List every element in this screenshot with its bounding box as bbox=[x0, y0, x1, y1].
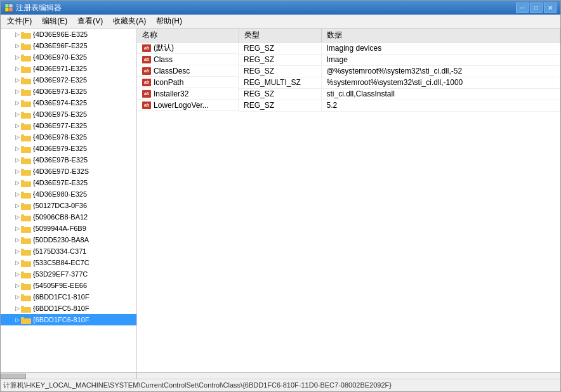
expand-icon[interactable]: ▷ bbox=[13, 179, 21, 186]
reg-value-icon: ab bbox=[142, 56, 151, 63]
expand-icon[interactable]: ▷ bbox=[13, 122, 21, 129]
expand-icon[interactable]: ▷ bbox=[13, 99, 21, 107]
tree-item[interactable]: ▷{4D36E97D-E32S bbox=[1, 166, 136, 177]
folder-icon bbox=[21, 167, 33, 176]
tree-item[interactable]: ▷{50127DC3-0F36 bbox=[1, 200, 136, 211]
col-name-header[interactable]: 名称 bbox=[137, 29, 239, 42]
svg-rect-39 bbox=[21, 227, 31, 233]
table-row[interactable]: abIconPathREG_MULTI_SZ%systemroot%\syste… bbox=[137, 77, 560, 88]
right-h-scrollbar[interactable] bbox=[137, 373, 560, 379]
tree-item[interactable]: ▷{4D36E978-E325 bbox=[1, 131, 136, 143]
folder-icon bbox=[21, 75, 33, 85]
tree-item[interactable]: ▷{5099944A-F6B9 bbox=[1, 223, 136, 234]
expand-icon[interactable]: ▷ bbox=[13, 293, 21, 301]
left-h-scrollbar[interactable] bbox=[1, 373, 137, 379]
expand-icon[interactable]: ▷ bbox=[13, 259, 21, 266]
col-data-header[interactable]: 数据 bbox=[321, 29, 560, 42]
tree-item[interactable]: ▷{5175D334-C371 bbox=[1, 245, 136, 257]
tree-item[interactable]: ▷{4D36E96F-E325 bbox=[1, 40, 136, 51]
table-row[interactable]: abClassDescREG_SZ@%systemroot%\system32\… bbox=[137, 65, 560, 77]
cell-data: Image bbox=[321, 54, 560, 65]
expand-icon[interactable]: ▷ bbox=[13, 202, 21, 209]
tree-item[interactable]: ▷{4D36E96E-E325 bbox=[1, 29, 136, 40]
tree-item[interactable]: ▷{50DD5230-BA8A bbox=[1, 234, 136, 245]
table-row[interactable]: ab(默认)REG_SZImaging devices bbox=[137, 42, 560, 55]
table-row[interactable]: abClassREG_SZImage bbox=[137, 54, 560, 65]
menu-help[interactable]: 帮助(H) bbox=[151, 15, 187, 28]
tree-item[interactable]: ▷{4D36E973-E325 bbox=[1, 86, 136, 97]
menu-edit[interactable]: 编辑(E) bbox=[37, 15, 72, 28]
h-scroll-thumb-left[interactable] bbox=[1, 374, 26, 379]
expand-icon[interactable]: ▷ bbox=[13, 156, 21, 164]
expand-icon[interactable]: ▷ bbox=[13, 110, 21, 118]
registry-tree[interactable]: ▷{4D36E96E-E325▷{4D36E96F-E325▷{4D36E970… bbox=[1, 29, 137, 372]
tree-item[interactable]: ▷{4D36E977-E325 bbox=[1, 120, 136, 131]
expand-icon[interactable]: ▷ bbox=[13, 316, 21, 323]
expand-icon[interactable]: ▷ bbox=[13, 213, 21, 221]
tree-item[interactable]: ▷{6BDD1FC1-810F bbox=[1, 291, 136, 303]
expand-icon[interactable]: ▷ bbox=[13, 145, 21, 152]
folder-icon bbox=[21, 224, 33, 233]
tree-item[interactable]: ▷{6BDD1FC6-810F bbox=[1, 314, 136, 325]
tree-item[interactable]: ▷{4D36E974-E325 bbox=[1, 97, 136, 108]
window-controls: ─ □ ✕ bbox=[516, 3, 557, 13]
menu-favorites[interactable]: 收藏夹(A) bbox=[108, 15, 151, 28]
col-type-header[interactable]: 类型 bbox=[239, 29, 321, 42]
folder-icon bbox=[21, 270, 33, 279]
expand-icon[interactable]: ▷ bbox=[13, 42, 21, 49]
folder-icon bbox=[21, 315, 33, 325]
expand-icon[interactable]: ▷ bbox=[13, 225, 21, 232]
svg-rect-5 bbox=[21, 33, 31, 39]
expand-icon[interactable]: ▷ bbox=[13, 76, 21, 84]
minimize-button[interactable]: ─ bbox=[516, 3, 529, 13]
expand-icon[interactable]: ▷ bbox=[13, 304, 21, 312]
tree-item[interactable]: ▷{4D36E979-E325 bbox=[1, 143, 136, 154]
expand-icon[interactable]: ▷ bbox=[13, 133, 21, 141]
tree-item[interactable]: ▷{6BDD1FC5-810F bbox=[1, 303, 136, 314]
menu-view[interactable]: 查看(V) bbox=[72, 15, 108, 28]
tree-item[interactable]: ▷{4D36E975-E325 bbox=[1, 108, 136, 120]
cell-type: REG_SZ bbox=[239, 42, 321, 55]
expand-icon[interactable]: ▷ bbox=[13, 30, 21, 38]
folder-icon bbox=[21, 98, 33, 108]
svg-rect-23 bbox=[21, 136, 31, 141]
tree-item[interactable]: ▷{54505F9E-EE66 bbox=[1, 280, 136, 291]
table-row[interactable]: abLowerLogoVer...REG_SZ5.2 bbox=[137, 100, 560, 111]
expand-icon[interactable]: ▷ bbox=[13, 270, 21, 278]
expand-icon[interactable]: ▷ bbox=[13, 247, 21, 255]
tree-item[interactable]: ▷{50906CB8-BA12 bbox=[1, 211, 136, 223]
expand-icon[interactable]: ▷ bbox=[13, 88, 21, 95]
tree-item-label: {4D36E974-E325 bbox=[33, 99, 87, 107]
expand-icon[interactable]: ▷ bbox=[13, 236, 21, 244]
tree-item-label: {50127DC3-0F36 bbox=[33, 202, 87, 209]
expand-icon[interactable]: ▷ bbox=[13, 282, 21, 289]
tree-item-label: {5175D334-C371 bbox=[33, 247, 86, 255]
expand-icon[interactable]: ▷ bbox=[13, 65, 21, 72]
tree-item[interactable]: ▷{533C5B84-EC7C bbox=[1, 257, 136, 268]
svg-rect-29 bbox=[21, 170, 31, 176]
tree-item[interactable]: ▷{4D36E972-E325 bbox=[1, 74, 136, 86]
tree-item-label: {4D36E971-E325 bbox=[33, 65, 87, 72]
tree-item[interactable]: ▷{4D36E971-E325 bbox=[1, 63, 136, 74]
folder-icon bbox=[21, 53, 33, 62]
folder-icon bbox=[21, 304, 33, 313]
tree-item[interactable]: ▷{4D36E970-E325 bbox=[1, 51, 136, 63]
tree-item[interactable]: ▷{4D36E980-E325 bbox=[1, 188, 136, 200]
expand-icon[interactable]: ▷ bbox=[13, 167, 21, 175]
folder-icon bbox=[21, 292, 33, 302]
registry-table: 名称 类型 数据 ab(默认)REG_SZImaging devicesabCl… bbox=[137, 29, 560, 112]
close-button[interactable]: ✕ bbox=[544, 3, 557, 13]
table-row[interactable]: abInstaller32REG_SZsti_ci.dll,ClassInsta… bbox=[137, 88, 560, 100]
expand-icon[interactable]: ▷ bbox=[13, 53, 21, 61]
tree-item-label: {4D36E975-E325 bbox=[33, 110, 87, 118]
svg-rect-3 bbox=[9, 8, 13, 11]
expand-icon[interactable]: ▷ bbox=[13, 190, 21, 198]
tree-item-label: {4D36E980-E325 bbox=[33, 190, 87, 198]
tree-item[interactable]: ▷{4D36E97B-E325 bbox=[1, 154, 136, 166]
maximize-button[interactable]: □ bbox=[530, 3, 543, 13]
tree-item[interactable]: ▷{4D36E97E-E325 bbox=[1, 177, 136, 188]
cell-name-text: IconPath bbox=[154, 78, 183, 87]
menu-file[interactable]: 文件(F) bbox=[2, 15, 37, 28]
reg-value-icon: ab bbox=[142, 44, 151, 52]
tree-item[interactable]: ▷{53D29EF7-377C bbox=[1, 268, 136, 280]
